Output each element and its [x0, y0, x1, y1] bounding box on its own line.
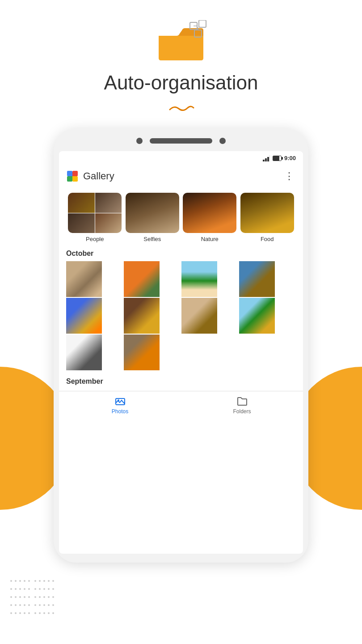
more-options-button[interactable]: ⋮ — [282, 169, 296, 184]
squares-decoration — [177, 20, 212, 47]
album-nature[interactable]: Nature — [183, 193, 236, 242]
photo-carrots[interactable] — [124, 261, 160, 297]
folder-icon — [159, 27, 203, 63]
photo-horse[interactable] — [66, 261, 102, 297]
status-bar: 9:00 — [59, 151, 303, 165]
svg-point-10 — [118, 399, 119, 401]
october-label: October — [66, 250, 296, 258]
phone-screen: 9:00 Gallery ⋮ — [59, 151, 303, 554]
album-nature-label: Nature — [201, 236, 219, 242]
photos-nav-icon — [115, 396, 126, 407]
people-collage-thumb — [68, 193, 122, 233]
photo-mural[interactable] — [66, 298, 102, 334]
nav-folders[interactable]: Folders — [181, 391, 303, 419]
photo-woman[interactable] — [239, 261, 275, 297]
folders-nav-icon — [237, 396, 248, 407]
people-cell-4 — [95, 213, 122, 233]
page-title: Auto-organisation — [104, 72, 258, 94]
svg-rect-2 — [194, 30, 202, 37]
phone-camera-right — [219, 138, 226, 144]
phone-top-bar — [59, 138, 303, 144]
album-food-label: Food — [261, 236, 274, 242]
phone-mockup: 9:00 Gallery ⋮ — [54, 129, 308, 563]
top-section: Auto-organisation — [0, 0, 362, 129]
food-thumb — [240, 193, 294, 233]
album-food[interactable]: Food — [240, 193, 294, 242]
people-cell-2 — [95, 193, 122, 213]
september-section: September — [59, 372, 303, 391]
album-people[interactable]: People — [68, 193, 122, 242]
nav-folders-label: Folders — [233, 408, 251, 415]
people-cell-1 — [68, 193, 95, 213]
photo-van[interactable] — [239, 298, 275, 334]
photo-beach[interactable] — [181, 261, 217, 297]
svg-rect-1 — [199, 20, 206, 27]
october-photo-grid — [66, 261, 296, 370]
svg-rect-8 — [269, 155, 270, 161]
selfies-thumb — [126, 193, 179, 233]
app-header: Gallery ⋮ — [59, 165, 303, 189]
photo-masks[interactable] — [66, 335, 102, 370]
nav-photos-label: Photos — [112, 408, 128, 415]
photo-fruits-bowl[interactable] — [124, 298, 160, 334]
app-title-row: Gallery — [66, 170, 114, 182]
photo-crowd[interactable] — [124, 335, 160, 370]
album-grid: People Selfies Nature Food — [59, 189, 303, 244]
album-selfies-label: Selfies — [143, 236, 161, 242]
svg-rect-7 — [267, 157, 269, 161]
album-selfies[interactable]: Selfies — [126, 193, 179, 242]
svg-rect-6 — [265, 158, 267, 161]
album-people-label: People — [86, 236, 104, 242]
app-name: Gallery — [83, 170, 114, 182]
title-decoration — [168, 101, 194, 115]
bottom-nav: Photos Folders — [59, 391, 303, 419]
phone-camera — [136, 138, 143, 144]
people-cell-3 — [68, 213, 95, 233]
nav-photos[interactable]: Photos — [59, 391, 181, 419]
october-section: October — [59, 244, 303, 372]
september-label: September — [66, 377, 296, 386]
nature-thumb — [183, 193, 236, 233]
photo-beans[interactable] — [181, 298, 217, 334]
battery-icon — [273, 156, 282, 161]
status-time: 9:00 — [284, 155, 296, 161]
phone-speaker — [150, 138, 212, 144]
dot-pattern — [9, 577, 55, 617]
svg-rect-5 — [263, 160, 265, 161]
google-logo — [66, 170, 79, 182]
signal-icon — [263, 155, 270, 161]
